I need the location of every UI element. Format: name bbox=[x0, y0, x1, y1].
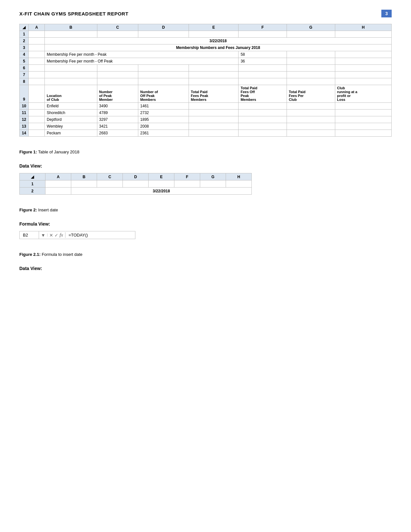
col-location: Locationof Club bbox=[45, 85, 97, 103]
col-peak-member: Numberof PeakMember bbox=[97, 85, 138, 103]
table-row: 6 bbox=[20, 65, 392, 72]
page-title: X-FIT CHAIN GYMS SPREADSHEET REPORT bbox=[19, 11, 128, 16]
table-row: 4 Membership Fee per month - Peak 58 bbox=[20, 51, 392, 58]
off-peak-fee-label: Membership Fee per month - Off Peak bbox=[45, 58, 239, 65]
date-cell: 3/22/2018 bbox=[45, 38, 392, 44]
off-peak-fee-value: 36 bbox=[239, 58, 287, 65]
off-peak-peckam: 2361 bbox=[138, 130, 189, 137]
table-row: 2 3/22/2018 bbox=[20, 188, 252, 195]
peak-peckam: 2683 bbox=[97, 130, 138, 137]
data-view2-heading: Data View: bbox=[19, 266, 392, 271]
peak-wembley: 3421 bbox=[97, 123, 138, 130]
location-peckam: Peckam bbox=[45, 130, 97, 137]
function-icon: fx bbox=[60, 232, 63, 238]
figure2-1-caption: Figure 2.1: Formula to insert date bbox=[19, 252, 392, 257]
table-row: 3 Membership Numbers and Fees January 20… bbox=[20, 44, 392, 51]
formula-view-section: Formula View: B2 ▼ ⁞ ✕ ✓ fx =TODAY() bbox=[19, 221, 392, 239]
col-club-running: Clubrunning at aprofit orLoss bbox=[335, 85, 391, 103]
col-header-e: E bbox=[189, 24, 239, 31]
col-header-g: G bbox=[287, 24, 335, 31]
table-row: 13 Wembley 3421 2008 bbox=[20, 123, 392, 130]
location-enfield: Enfield bbox=[45, 103, 97, 110]
figure2-caption: Figure 2: Insert date bbox=[19, 208, 392, 212]
table-row: 1 bbox=[20, 31, 392, 38]
off-peak-shoreditch: 2732 bbox=[138, 110, 189, 116]
main-table-section: ◢ A B C D E F G H 1 bbox=[19, 24, 392, 137]
col-total-paid-off: Total PaidFees OffPeakMembers bbox=[239, 85, 287, 103]
figure2-1-label: Figure 2.1: bbox=[19, 252, 41, 257]
figure1-label: Figure 1: bbox=[19, 150, 37, 154]
figure2-text: Insert date bbox=[38, 208, 58, 212]
peak-fee-label: Membership Fee per month - Peak bbox=[45, 51, 239, 58]
dropdown-icon: ▼ bbox=[41, 233, 45, 238]
peak-enfield: 3490 bbox=[97, 103, 138, 110]
col-header-d: D bbox=[138, 24, 189, 31]
table-row: 2 3/22/2018 bbox=[20, 38, 392, 44]
small-date-cell: 3/22/2018 bbox=[71, 188, 252, 195]
peak-deptford: 3297 bbox=[97, 116, 138, 123]
page-number: 3 bbox=[381, 10, 392, 17]
off-peak-deptford: 1895 bbox=[138, 116, 189, 123]
col-total-paid-per-club: Total PaidFees PerClub bbox=[287, 85, 335, 103]
figure2-1-text: Formula to insert date bbox=[42, 252, 82, 257]
figure2-label: Figure 2: bbox=[19, 208, 37, 212]
table-row: 10 Enfield 3490 1461 bbox=[20, 103, 392, 110]
page-header: X-FIT CHAIN GYMS SPREADSHEET REPORT 3 bbox=[19, 10, 392, 17]
corner-header: ◢ bbox=[20, 24, 29, 31]
table-row: 7 bbox=[20, 72, 392, 78]
col-header-c: C bbox=[97, 24, 138, 31]
small-corner-header: ◢ bbox=[20, 173, 45, 180]
table-row: 9 Locationof Club Numberof PeakMember Nu… bbox=[20, 85, 392, 103]
main-spreadsheet-table: ◢ A B C D E F G H 1 bbox=[19, 24, 392, 137]
location-deptford: Deptford bbox=[45, 116, 97, 123]
col-header-b: B bbox=[45, 24, 97, 31]
table-row: 5 Membership Fee per month - Off Peak 36 bbox=[20, 58, 392, 65]
membership-title: Membership Numbers and Fees January 2018 bbox=[45, 44, 392, 51]
location-wembley: Wembley bbox=[45, 123, 97, 130]
figure1-caption: Figure 1: Table of January 2018 bbox=[19, 150, 392, 154]
cancel-icon: ✕ bbox=[49, 233, 53, 238]
confirm-icon: ✓ bbox=[54, 233, 58, 238]
cell-reference: B2 bbox=[20, 231, 39, 239]
formula-view-heading: Formula View: bbox=[19, 221, 392, 227]
col-header-a: A bbox=[29, 24, 45, 31]
off-peak-wembley: 2008 bbox=[138, 123, 189, 130]
table-row: 8 bbox=[20, 78, 392, 85]
col-total-paid-peak: Total PaidFees PeakMembers bbox=[189, 85, 239, 103]
location-shoreditch: Shoreditch bbox=[45, 110, 97, 116]
data-view-heading: Data View: bbox=[19, 163, 392, 169]
col-header-h: H bbox=[335, 24, 391, 31]
table-row: 12 Deptford 3297 1895 bbox=[20, 116, 392, 123]
data-view-section: Data View: ◢ A B C D E F G H 1 bbox=[19, 163, 392, 195]
formula-content: =TODAY() bbox=[65, 231, 135, 239]
small-spreadsheet-table: ◢ A B C D E F G H 1 bbox=[19, 173, 252, 195]
formula-icons-group: ▼ ⁞ ✕ ✓ fx bbox=[39, 232, 65, 238]
peak-shoreditch: 4789 bbox=[97, 110, 138, 116]
figure1-text: Table of January 2018 bbox=[38, 150, 79, 154]
table-row: 1 bbox=[20, 180, 252, 188]
formula-bar: B2 ▼ ⁞ ✕ ✓ fx =TODAY() bbox=[19, 231, 135, 239]
off-peak-enfield: 1461 bbox=[138, 103, 189, 110]
col-off-peak-members: Number ofOff PeakMembers bbox=[138, 85, 189, 103]
table-row: 14 Peckam 2683 2361 bbox=[20, 130, 392, 137]
peak-fee-value: 58 bbox=[239, 51, 287, 58]
data-view2-section: Data View: bbox=[19, 266, 392, 271]
table-row: 11 Shoreditch 4789 2732 bbox=[20, 110, 392, 116]
col-header-f: F bbox=[239, 24, 287, 31]
separator-icon: ⁞ bbox=[47, 233, 48, 237]
